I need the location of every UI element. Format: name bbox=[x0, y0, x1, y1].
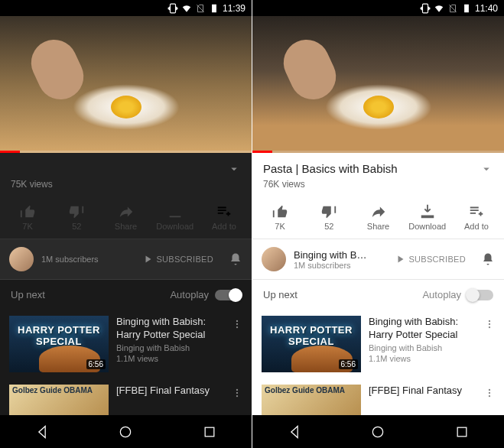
vibrate-icon bbox=[167, 3, 178, 14]
addto-button[interactable]: Add to bbox=[452, 203, 501, 231]
chevron-down-icon[interactable] bbox=[227, 162, 241, 176]
svg-point-6 bbox=[121, 427, 131, 437]
more-icon[interactable] bbox=[484, 388, 495, 398]
up-next-label: Up next bbox=[11, 289, 45, 300]
thumbnail: Golbez Guide OBAMA bbox=[9, 385, 109, 415]
dislike-button[interactable]: 52 bbox=[52, 203, 101, 231]
subscribed-button[interactable]: SUBSCRIBED bbox=[396, 255, 466, 264]
home-icon[interactable] bbox=[370, 424, 385, 440]
thumbs-up-icon bbox=[19, 203, 36, 220]
video-title: [FFBE] Final Fantasy bbox=[116, 385, 224, 398]
video-title: Binging with Babish: Harry Potter Specia… bbox=[116, 316, 224, 342]
more-icon[interactable] bbox=[232, 319, 242, 330]
phone-light: 11:40 Pasta | Basics with Babish 76K vie… bbox=[252, 0, 504, 448]
status-bar: 11:39 bbox=[0, 0, 252, 16]
up-next-label: Up next bbox=[263, 289, 298, 300]
thumbs-up-icon bbox=[272, 203, 288, 220]
download-icon bbox=[167, 203, 184, 220]
subscribed-button[interactable]: SUBSCRIBED bbox=[144, 255, 213, 264]
svg-point-2 bbox=[236, 326, 238, 328]
svg-point-14 bbox=[373, 427, 383, 437]
subscriber-count: 1M subscribers bbox=[41, 255, 136, 264]
download-icon bbox=[419, 203, 436, 220]
more-icon[interactable] bbox=[232, 388, 242, 398]
bell-icon[interactable] bbox=[481, 252, 495, 266]
bell-icon[interactable] bbox=[229, 252, 242, 266]
svg-point-12 bbox=[489, 392, 490, 394]
video-progress[interactable] bbox=[0, 151, 252, 153]
addto-button[interactable]: Add to bbox=[200, 203, 249, 231]
wifi-icon bbox=[434, 3, 444, 14]
chevron-down-icon[interactable] bbox=[480, 162, 493, 176]
share-button[interactable]: Share bbox=[353, 203, 402, 231]
channel-row[interactable]: 1M subscribers SUBSCRIBED bbox=[0, 239, 252, 280]
video-progress[interactable] bbox=[252, 151, 504, 153]
video-item[interactable]: HARRY POTTER SPECIAL6:56 Binging with Ba… bbox=[0, 310, 252, 378]
battery-icon bbox=[209, 3, 219, 14]
nav-bar bbox=[252, 415, 504, 448]
wifi-icon bbox=[181, 3, 192, 14]
back-icon[interactable] bbox=[34, 424, 50, 440]
more-icon[interactable] bbox=[484, 319, 495, 330]
avatar bbox=[9, 247, 34, 271]
thumbnail: HARRY POTTER SPECIAL6:56 bbox=[262, 316, 361, 372]
no-sim-icon bbox=[195, 3, 206, 14]
nav-bar bbox=[0, 415, 252, 448]
thumbs-down-icon bbox=[320, 203, 337, 220]
svg-point-13 bbox=[489, 395, 490, 397]
play-icon bbox=[144, 255, 153, 264]
channel-name: Binging with B… bbox=[294, 249, 389, 261]
video-title: Binging with Babish: Harry Potter Specia… bbox=[369, 316, 476, 342]
video-item[interactable]: HARRY POTTER SPECIAL6:56 Binging with Ba… bbox=[252, 310, 504, 378]
phone-dark: 11:39 75K views 7K 52 Share Download Add… bbox=[0, 0, 252, 448]
thumbs-down-icon bbox=[68, 203, 85, 220]
svg-point-8 bbox=[489, 320, 490, 322]
dislike-button[interactable]: 52 bbox=[304, 203, 353, 231]
download-button[interactable]: Download bbox=[151, 203, 200, 231]
channel-row[interactable]: Binging with B…1M subscribers SUBSCRIBED bbox=[252, 239, 504, 280]
play-icon bbox=[396, 255, 405, 264]
download-button[interactable]: Download bbox=[403, 203, 452, 231]
svg-point-1 bbox=[236, 323, 238, 325]
svg-point-11 bbox=[489, 389, 490, 391]
svg-rect-15 bbox=[457, 427, 467, 437]
like-button[interactable]: 7K bbox=[255, 203, 304, 231]
svg-rect-7 bbox=[205, 427, 214, 437]
svg-point-9 bbox=[489, 323, 490, 325]
share-button[interactable]: Share bbox=[101, 203, 150, 231]
playlist-add-icon bbox=[216, 203, 232, 220]
share-icon bbox=[370, 203, 387, 220]
battery-icon bbox=[461, 3, 472, 14]
share-icon bbox=[118, 203, 135, 220]
video-item[interactable]: Golbez Guide OBAMA [FFBE] Final Fantasy bbox=[0, 378, 252, 415]
svg-point-3 bbox=[236, 389, 238, 391]
autoplay-toggle[interactable]: Autoplay bbox=[170, 289, 241, 300]
video-title: Pasta | Basics with Babish bbox=[263, 162, 480, 175]
recent-icon[interactable] bbox=[454, 424, 470, 440]
svg-point-10 bbox=[489, 326, 490, 328]
video-player[interactable] bbox=[0, 16, 252, 153]
thumbnail: HARRY POTTER SPECIAL6:56 bbox=[9, 316, 109, 372]
video-item[interactable]: Golbez Guide OBAMA [FFBE] Final Fantasy bbox=[252, 378, 504, 415]
svg-point-0 bbox=[236, 320, 238, 322]
status-time: 11:40 bbox=[475, 3, 498, 14]
thumbnail: Golbez Guide OBAMA bbox=[262, 385, 361, 415]
home-icon[interactable] bbox=[118, 424, 133, 440]
view-count: 76K views bbox=[263, 179, 493, 190]
vibrate-icon bbox=[420, 3, 431, 14]
svg-point-5 bbox=[236, 395, 238, 397]
status-bar: 11:40 bbox=[252, 0, 504, 16]
view-count: 75K views bbox=[11, 179, 241, 190]
subscriber-count: 1M subscribers bbox=[294, 261, 389, 270]
like-button[interactable]: 7K bbox=[3, 203, 52, 231]
autoplay-toggle[interactable]: Autoplay bbox=[422, 289, 493, 300]
no-sim-icon bbox=[447, 3, 458, 14]
video-title: [FFBE] Final Fantasy bbox=[369, 385, 476, 398]
avatar bbox=[262, 247, 286, 271]
svg-point-4 bbox=[236, 392, 238, 394]
video-player[interactable] bbox=[252, 16, 504, 153]
playlist-add-icon bbox=[468, 203, 485, 220]
back-icon[interactable] bbox=[287, 424, 302, 440]
status-time: 11:39 bbox=[223, 3, 245, 14]
recent-icon[interactable] bbox=[202, 424, 217, 440]
